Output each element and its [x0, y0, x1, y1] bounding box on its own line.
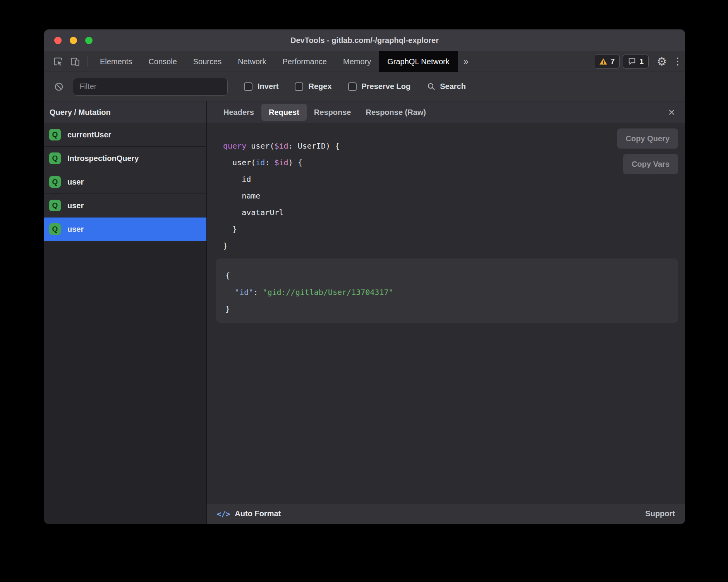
auto-format-label: Auto Format [235, 509, 281, 518]
code-token: user( [223, 158, 256, 167]
invert-checkbox[interactable] [244, 82, 252, 91]
status-badges: 7 1 [594, 55, 649, 68]
warnings-badge[interactable]: 7 [594, 55, 620, 68]
tab-graphql-network[interactable]: GraphQL Network [379, 51, 457, 72]
code-line: avatarUrl [223, 204, 685, 221]
preserve-log-checkbox[interactable] [348, 82, 357, 91]
tab-elements[interactable]: Elements [92, 51, 140, 72]
search-icon [427, 82, 436, 91]
code-token: user( [246, 141, 274, 151]
request-view: query user($id: UserID) { user(id: $id) … [207, 123, 685, 503]
query-list-item-currentuser[interactable]: Q currentUser [44, 123, 206, 147]
query-list-label: user [67, 225, 84, 234]
settings-button[interactable]: ⚙ [653, 51, 670, 72]
code-token: "gid://gitlab/User/13704317" [263, 288, 393, 297]
tab-network[interactable]: Network [230, 51, 274, 72]
issues-badge[interactable]: 1 [623, 55, 649, 68]
sidebar-header: Query / Mutation [44, 101, 206, 123]
code-token: ) { [288, 158, 302, 167]
copy-vars-button[interactable]: Copy Vars [623, 154, 678, 174]
query-list-item-user-3-selected[interactable]: Q user [44, 217, 206, 241]
tab-performance[interactable]: Performance [275, 51, 335, 72]
query-type-badge: Q [49, 200, 61, 211]
statusbar: </> Auto Format Support [207, 503, 685, 524]
regex-checkbox-group[interactable]: Regex [295, 82, 331, 91]
device-toolbar-button[interactable] [67, 51, 84, 72]
request-code: query user($id: UserID) { user(id: $id) … [207, 123, 685, 254]
copy-query-button[interactable]: Copy Query [617, 128, 678, 149]
code-token: : UserID) { [288, 141, 340, 151]
block-icon [54, 82, 64, 92]
code-line: id [223, 171, 685, 188]
tab-sources[interactable]: Sources [185, 51, 230, 72]
code-line: { [225, 267, 678, 284]
issues-count: 1 [639, 57, 644, 66]
inspect-element-button[interactable] [50, 51, 67, 72]
tab-headers[interactable]: Headers [216, 104, 261, 121]
query-list-label: user [67, 178, 84, 187]
query-type-badge: Q [49, 176, 61, 188]
code-line: user(id: $id) { [223, 154, 685, 171]
close-panel-button[interactable]: × [666, 106, 676, 118]
main-content: Query / Mutation Q currentUser Q Introsp… [44, 101, 685, 524]
desktop-background: DevTools - gitlab.com/-/graphql-explorer… [0, 0, 728, 582]
code-token: "id" [235, 288, 253, 297]
code-line: } [223, 238, 685, 254]
code-token: } [225, 304, 230, 313]
code-token: : [253, 288, 263, 297]
tab-response-raw[interactable]: Response (Raw) [358, 104, 433, 121]
code-line: "id": "gid://gitlab/User/13704317" [225, 284, 678, 301]
code-line: } [223, 221, 685, 238]
code-format-icon: </> [217, 510, 230, 518]
sidebar-empty-area [44, 241, 206, 524]
query-list-label: user [67, 201, 84, 210]
window-title: DevTools - gitlab.com/-/graphql-explorer [44, 29, 685, 51]
clear-log-button[interactable] [50, 76, 67, 97]
tab-console[interactable]: Console [140, 51, 185, 72]
more-options-button[interactable]: ⋮ [670, 51, 685, 72]
warning-count: 7 [611, 57, 615, 66]
query-list-label: currentUser [67, 130, 111, 139]
query-type-badge: Q [49, 223, 61, 235]
preserve-log-checkbox-group[interactable]: Preserve Log [348, 82, 411, 91]
query-list-item-user-1[interactable]: Q user [44, 170, 206, 194]
query-sidebar: Query / Mutation Q currentUser Q Introsp… [44, 101, 207, 524]
code-line: } [225, 301, 678, 317]
code-token: query [223, 141, 246, 151]
query-list-item-introspectionquery[interactable]: Q IntrospectionQuery [44, 147, 206, 170]
code-token [225, 288, 235, 297]
auto-format-button[interactable]: </> Auto Format [217, 509, 281, 518]
code-token: { [225, 271, 230, 280]
detail-panel: Headers Request Response Response (Raw) … [207, 101, 685, 524]
query-type-badge: Q [49, 129, 61, 140]
invert-label: Invert [258, 82, 278, 91]
code-token: $id [274, 158, 288, 167]
preserve-log-label: Preserve Log [362, 82, 411, 91]
code-line: name [223, 188, 685, 204]
code-token: id [223, 175, 251, 184]
more-panels-button[interactable]: » [458, 51, 474, 72]
regex-label: Regex [308, 82, 331, 91]
tab-response[interactable]: Response [307, 104, 359, 121]
code-token: id [256, 158, 265, 167]
titlebar: DevTools - gitlab.com/-/graphql-explorer [44, 29, 685, 51]
device-toolbar-icon [70, 56, 80, 67]
inspect-icon [53, 56, 63, 67]
tab-memory[interactable]: Memory [335, 51, 379, 72]
code-token: : [265, 158, 274, 167]
search-button[interactable]: Search [427, 82, 466, 91]
warning-icon [599, 57, 608, 66]
search-label: Search [440, 82, 466, 91]
invert-checkbox-group[interactable]: Invert [244, 82, 278, 91]
tab-request[interactable]: Request [261, 104, 307, 121]
query-type-badge: Q [49, 152, 61, 164]
query-list-label: IntrospectionQuery [67, 154, 139, 163]
filter-input[interactable] [73, 78, 228, 96]
code-token: $id [274, 141, 288, 151]
query-list-item-user-2[interactable]: Q user [44, 194, 206, 217]
filter-toolbar: Invert Regex Preserve Log Search [44, 72, 685, 101]
support-link[interactable]: Support [645, 509, 675, 518]
code-line: query user($id: UserID) { [223, 138, 685, 154]
regex-checkbox[interactable] [295, 82, 303, 91]
tabbar-divider [88, 56, 88, 67]
